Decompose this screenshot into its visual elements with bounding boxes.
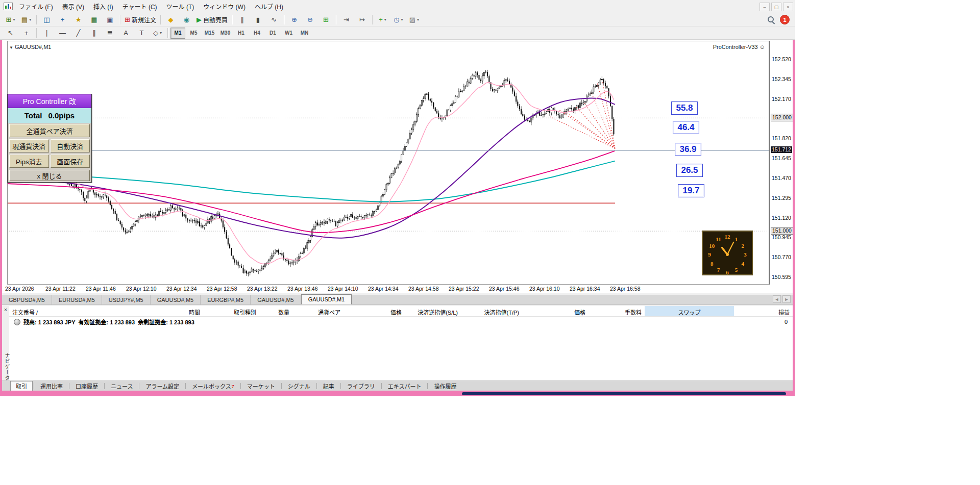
line-chart-button[interactable]: ∿ [266, 14, 282, 26]
timeframe-m5[interactable]: M5 [186, 28, 201, 39]
terminal-column-2[interactable]: 取引種別 [203, 306, 259, 316]
menu-view[interactable]: 表示 (V) [58, 0, 89, 13]
terminal-column-1[interactable]: 時間 [178, 306, 203, 316]
timeframe-d1[interactable]: D1 [265, 28, 280, 39]
terminal-column-4[interactable]: 通貨ペア [292, 306, 344, 316]
pro-controller-title[interactable]: Pro Controller 改 [8, 94, 91, 108]
terminal-column-8[interactable]: 価格 [522, 306, 589, 316]
profiles-button[interactable]: ▤▾ [18, 14, 34, 26]
chart-tab-1[interactable]: EURUSD#,M5 [52, 295, 102, 304]
data-window-button[interactable]: + [55, 14, 70, 26]
strategy-tester-button[interactable]: ▣ [102, 14, 118, 26]
chart-tab-5[interactable]: GAUUSD#,M5 [251, 295, 301, 304]
close-button[interactable]: × [783, 3, 793, 11]
equidistant-channel-tool[interactable]: ∥ [86, 27, 102, 39]
clear-pips-button[interactable]: Pips消去 [9, 155, 49, 168]
tab-signals[interactable]: シグナル [283, 381, 315, 391]
close-all-pairs-button[interactable]: 全通貨ペア決済 [9, 124, 90, 137]
shapes-tool[interactable]: ◇▾ [150, 27, 165, 39]
chart-tab-2[interactable]: USDJPY#,M5 [102, 295, 151, 304]
chart-tabs-scroll-right[interactable]: ► [782, 295, 791, 303]
timeframe-mn[interactable]: MN [297, 28, 312, 39]
candlestick-button[interactable]: ▮ [250, 14, 266, 26]
terminal-column-9[interactable]: 手数料 [589, 306, 645, 316]
crosshair-tool[interactable]: + [18, 27, 34, 39]
time-label: 23 Apr 16:10 [529, 286, 560, 292]
terminal-close-button[interactable]: × [2, 306, 9, 313]
chart-tabs-scroll-left[interactable]: ◄ [773, 295, 781, 303]
menu-tools[interactable]: ツール (T) [162, 0, 199, 13]
templates-button[interactable]: ▨▾ [406, 14, 422, 26]
horizontal-line-tool[interactable]: ― [55, 27, 70, 39]
periods-button[interactable]: ◷▾ [390, 14, 406, 26]
metaeditor-button[interactable]: ◆ [163, 14, 179, 26]
terminal-column-7[interactable]: 決済指値(T/P) [461, 306, 522, 316]
close-current-pair-button[interactable]: 現通貨決済 [9, 139, 49, 152]
panel-close-button[interactable]: x 閉じる [9, 170, 90, 181]
chart-tab-6[interactable]: GAUUSD#,M1 [301, 294, 352, 304]
price-chart-canvas[interactable] [7, 41, 769, 285]
price-axis[interactable]: 152.520152.345152.170151.820151.645151.4… [769, 41, 793, 285]
terminal-column-0[interactable]: 注文番号 / [9, 306, 178, 316]
bar-chart-button[interactable]: ∥ [234, 14, 250, 26]
text-tool[interactable]: A [118, 27, 134, 39]
timeframe-m1[interactable]: M1 [170, 28, 185, 39]
new-order-button[interactable]: ⊞新規注文 [122, 14, 158, 26]
search-icon[interactable] [768, 16, 775, 23]
tab-news[interactable]: ニュース [106, 381, 138, 391]
terminal-column-10[interactable]: スワップ [645, 306, 734, 316]
save-screen-button[interactable]: 画面保存 [51, 155, 90, 168]
tab-exposure[interactable]: 運用比率 [35, 381, 68, 391]
timeframe-h4[interactable]: H4 [250, 28, 264, 39]
terminal-column-6[interactable]: 決済逆指値(S/L) [405, 306, 461, 316]
tab-library[interactable]: ライブラリ [342, 381, 380, 391]
notification-badge[interactable]: 1 [780, 15, 790, 24]
minimize-button[interactable]: – [760, 3, 770, 11]
menu-charts[interactable]: チャート (C) [118, 0, 162, 13]
chart-tab-0[interactable]: GBPUSD#,M5 [2, 295, 52, 304]
vertical-line-tool[interactable]: ∣ [39, 27, 55, 39]
navigator-button[interactable]: ★ [70, 14, 86, 26]
autotrading-button[interactable]: ▶自動売買 [194, 14, 230, 26]
chart-shift-button[interactable]: ↦ [354, 14, 370, 26]
auto-scroll-button[interactable]: ⇥ [338, 14, 354, 26]
tab-account-history[interactable]: 口座履歴 [70, 381, 103, 391]
tab-journal[interactable]: 操作履歴 [429, 381, 461, 391]
menu-help[interactable]: ヘルプ (H) [250, 0, 288, 13]
market-watch-button[interactable]: ◫ [39, 14, 55, 26]
app-icon[interactable] [4, 3, 13, 10]
tab-alerts[interactable]: アラーム設定 [140, 381, 184, 391]
timeframe-m30[interactable]: M30 [218, 28, 233, 39]
menu-file[interactable]: ファイル (F) [14, 0, 58, 13]
zoom-out-button[interactable]: ⊖ [302, 14, 318, 26]
zoom-in-button[interactable]: ⊕ [286, 14, 302, 26]
timeframe-m15[interactable]: M15 [202, 28, 217, 39]
cursor-tool[interactable]: ↖ [3, 27, 18, 39]
time-axis[interactable]: 23 Apr 202623 Apr 11:2223 Apr 11:4623 Ap… [7, 286, 769, 292]
new-chart-button[interactable]: ⊞▾ [3, 14, 18, 26]
tab-experts[interactable]: エキスパート [383, 381, 427, 391]
chart-tab-4[interactable]: EURGBP#,M5 [201, 295, 251, 304]
tab-market[interactable]: マーケット [242, 381, 280, 391]
timeframe-w1[interactable]: W1 [281, 28, 296, 39]
tab-trade[interactable]: 取引 [10, 381, 33, 391]
navigator-vertical-tab[interactable]: ナビゲータ [3, 353, 11, 381]
fibonacci-tool[interactable]: ≣ [102, 27, 118, 39]
text-label-tool[interactable]: T [134, 27, 150, 39]
terminal-button[interactable]: ▦ [86, 14, 102, 26]
auto-close-button[interactable]: 自動決済 [51, 139, 90, 152]
menu-window[interactable]: ウィンドウ (W) [199, 0, 250, 13]
tab-mailbox[interactable]: メールボックス7 [187, 381, 239, 391]
tile-windows-button[interactable]: ⊞ [318, 14, 334, 26]
terminal-column-5[interactable]: 価格 [344, 306, 405, 316]
menu-insert[interactable]: 挿入 (I) [89, 0, 118, 13]
timeframe-h1[interactable]: H1 [234, 28, 249, 39]
indicators-button[interactable]: +▾ [375, 14, 390, 26]
terminal-column-3[interactable]: 数量 [259, 306, 292, 316]
globe-button[interactable]: ◉ [179, 14, 194, 26]
restore-button[interactable]: ▢ [771, 3, 781, 11]
terminal-column-11[interactable]: 損益 [734, 306, 793, 316]
tab-articles[interactable]: 記事 [318, 381, 339, 391]
trendline-tool[interactable]: ╱ [70, 27, 86, 39]
chart-tab-3[interactable]: GAUUSD#,M5 [151, 295, 201, 304]
